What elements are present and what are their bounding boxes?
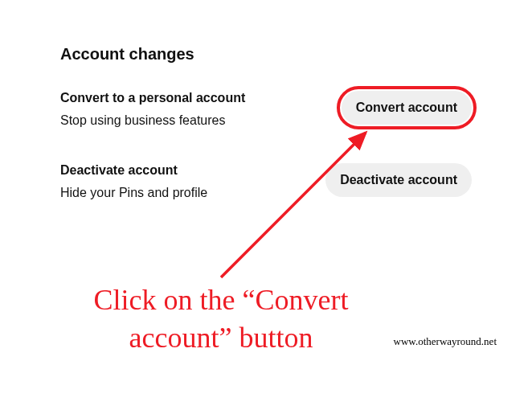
convert-text: Convert to a personal account Stop using… bbox=[60, 91, 342, 128]
deactivate-row: Deactivate account Hide your Pins and pr… bbox=[60, 163, 472, 200]
deactivate-title: Deactivate account bbox=[60, 163, 309, 178]
convert-title: Convert to a personal account bbox=[60, 91, 325, 105]
convert-row: Convert to a personal account Stop using… bbox=[60, 91, 472, 128]
section-heading: Account changes bbox=[60, 45, 472, 64]
deactivate-desc: Hide your Pins and profile bbox=[60, 186, 309, 200]
annotation-text: Click on the “Convert account” button bbox=[44, 281, 398, 357]
convert-desc: Stop using business features bbox=[60, 113, 325, 128]
arrow-icon bbox=[209, 121, 386, 289]
svg-line-0 bbox=[221, 133, 366, 277]
deactivate-account-button[interactable]: Deactivate account bbox=[325, 163, 472, 197]
convert-account-button[interactable]: Convert account bbox=[342, 91, 472, 125]
convert-button-wrapper: Convert account bbox=[342, 91, 472, 125]
deactivate-text: Deactivate account Hide your Pins and pr… bbox=[60, 163, 325, 200]
watermark: www.otherwayround.net bbox=[394, 335, 497, 348]
